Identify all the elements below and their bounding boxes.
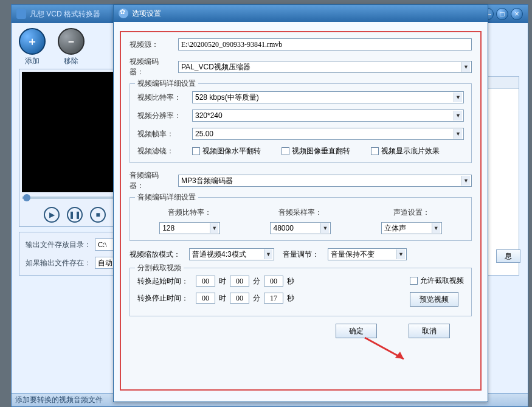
svg-line-0	[365, 338, 404, 359]
chevron-down-icon: ▼	[320, 223, 329, 233]
vencoder-label: 视频编码器：	[130, 57, 172, 77]
cut-fieldset: 分割截取视频 转换起始时间： 时 分 秒 转换停止时间：	[130, 268, 472, 316]
audio-detail-legend: 音频编码详细设置	[135, 192, 198, 203]
stop-s-input[interactable]	[264, 293, 283, 304]
vresolution-combo[interactable]: 320*240▼	[192, 110, 464, 122]
annotation-arrow-icon	[359, 335, 413, 365]
dialog-titlebar: 选项设置	[114, 5, 488, 22]
start-time-label: 转换起始时间：	[137, 276, 192, 287]
chevron-down-icon: ▼	[396, 249, 405, 259]
svg-marker-1	[395, 352, 404, 359]
minus-icon: －	[66, 34, 77, 49]
remove-button[interactable]: － 移除	[58, 28, 85, 66]
audio-detail-fieldset: 音频编码详细设置 音频比特率： 128▼ 音频采样率： 48000▼ 声道设置：…	[130, 197, 472, 241]
add-button[interactable]: ＋ 添加	[19, 28, 46, 66]
chevron-down-icon: ▼	[264, 249, 272, 259]
chevron-down-icon: ▼	[461, 62, 470, 72]
chevron-down-icon: ▼	[454, 111, 462, 120]
chevron-down-icon: ▼	[454, 129, 462, 139]
source-label: 视频源：	[130, 40, 172, 50]
output-exist-label: 如果输出文件存在：	[26, 258, 91, 268]
stop-time-label: 转换停止时间：	[137, 293, 192, 304]
source-input[interactable]	[178, 38, 472, 50]
chevron-down-icon: ▼	[210, 223, 218, 233]
cancel-button[interactable]: 取消	[409, 324, 450, 338]
hflip-checkbox[interactable]: 视频图像水平翻转	[192, 146, 261, 156]
start-s-input[interactable]	[264, 276, 283, 287]
main-title: 凡想 VCD 格式转换器	[30, 9, 100, 19]
asamplerate-combo[interactable]: 48000▼	[270, 222, 331, 234]
volume-combo[interactable]: 音量保持不变▼	[328, 248, 407, 260]
video-preview	[22, 72, 128, 192]
output-dir-label: 输出文件存放目录：	[26, 240, 91, 250]
dialog-content: 视频源： 视频编码器： PAL_VCD视频压缩器 ▼ 视频编码详细设置 视频比特…	[120, 31, 482, 391]
options-dialog: 选项设置 视频源： 视频编码器： PAL_VCD视频压缩器 ▼ 视频编码详细设置…	[113, 4, 488, 402]
video-detail-fieldset: 视频编码详细设置 视频比特率： 528 kbps(中等质量)▼ 视频分辨率： 3…	[130, 83, 472, 163]
dialog-title: 选项设置	[132, 9, 161, 19]
preview-video-button[interactable]: 预览视频	[410, 292, 458, 307]
close-button[interactable]: ×	[511, 8, 523, 20]
vfilter-label: 视频滤镜：	[137, 146, 186, 156]
info-button[interactable]: 息	[496, 249, 520, 263]
aencoder-label: 音频编码器：	[130, 170, 172, 191]
video-detail-legend: 视频编码详细设置	[135, 78, 198, 89]
seek-slider[interactable]	[22, 192, 128, 203]
vencoder-combo[interactable]: PAL_VCD视频压缩器 ▼	[178, 61, 472, 73]
abitrate-combo[interactable]: 128▼	[159, 222, 220, 234]
achannel-label: 声道设置：	[359, 207, 464, 218]
status-text: 添加要转换的视频音频文件	[15, 395, 103, 405]
vflip-checkbox[interactable]: 视频图像垂直翻转	[282, 146, 350, 156]
plus-icon: ＋	[27, 34, 38, 49]
scale-label: 视频缩放模式：	[130, 249, 181, 260]
scale-combo[interactable]: 普通视频4:3模式▼	[189, 248, 274, 260]
vfps-combo[interactable]: 25.00▼	[192, 128, 464, 140]
cut-legend: 分割截取视频	[135, 263, 184, 273]
chevron-down-icon: ▼	[432, 223, 440, 233]
play-button[interactable]: ▶	[44, 207, 60, 223]
vbitrate-combo[interactable]: 528 kbps(中等质量)▼	[192, 91, 464, 103]
negative-checkbox[interactable]: 视频显示底片效果	[371, 146, 440, 156]
vfps-label: 视频帧率：	[137, 129, 186, 139]
allow-cut-checkbox[interactable]: 允许截取视频	[410, 276, 464, 286]
stop-button[interactable]: ■	[90, 207, 106, 223]
asamplerate-label: 音频采样率：	[248, 207, 353, 218]
start-m-input[interactable]	[230, 276, 249, 287]
maximize-button[interactable]: □	[496, 8, 508, 20]
achannel-combo[interactable]: 立体声▼	[381, 222, 442, 234]
stop-h-input[interactable]	[196, 293, 215, 304]
ok-button[interactable]: 确定	[336, 324, 377, 338]
abitrate-label: 音频比特率：	[137, 207, 242, 218]
vencoder-value: PAL_VCD视频压缩器	[181, 62, 250, 72]
vresolution-label: 视频分辨率：	[137, 111, 186, 121]
pause-button[interactable]: ❚❚	[67, 207, 83, 223]
vbitrate-label: 视频比特率：	[137, 92, 186, 103]
aencoder-combo[interactable]: MP3音频编码器▼	[178, 175, 472, 187]
start-h-input[interactable]	[196, 276, 215, 287]
gear-icon	[119, 9, 128, 18]
add-label: 添加	[25, 56, 40, 66]
remove-label: 移除	[64, 56, 78, 66]
app-icon	[16, 9, 26, 19]
chevron-down-icon: ▼	[461, 176, 470, 186]
volume-label: 音量调节：	[283, 249, 319, 260]
chevron-down-icon: ▼	[454, 92, 462, 102]
stop-m-input[interactable]	[230, 293, 249, 304]
